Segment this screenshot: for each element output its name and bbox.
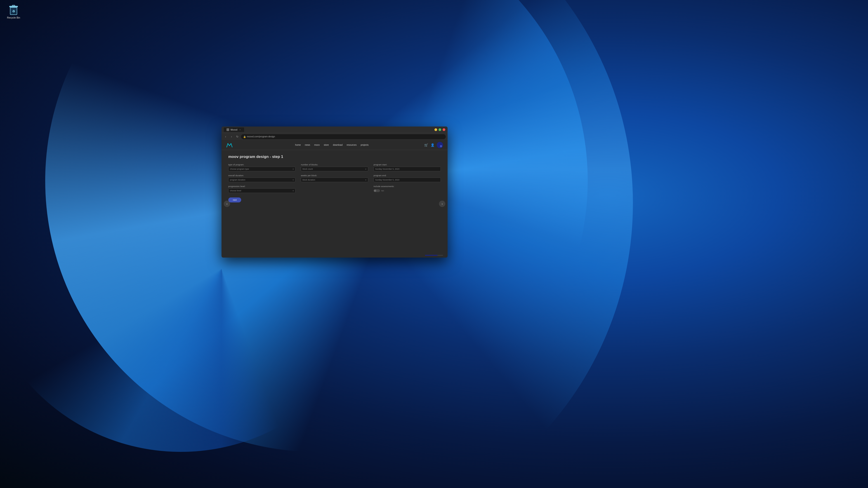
nav-resources[interactable]: resources <box>346 144 356 146</box>
browser-window: Moovd × ‹ › ↻ 🔒 moovd.com/program-design <box>221 127 447 258</box>
submit-button[interactable]: next <box>228 197 241 202</box>
nav-store[interactable]: store <box>324 144 329 146</box>
secure-icon: 🔒 <box>243 135 246 138</box>
type-of-program-label: type of program: <box>228 164 296 166</box>
nav-news[interactable]: news <box>305 144 310 146</box>
nav-actions: 🛒 👤 <box>424 142 443 148</box>
maximize-button[interactable] <box>438 128 441 131</box>
theme-toggle[interactable] <box>437 142 443 148</box>
number-of-blocks-label: number of blocks: <box>301 164 368 166</box>
program-start-label: program start: <box>374 164 441 166</box>
desktop: ♻ Recycle Bin Moovd × ‹ › ↻ <box>0 0 868 488</box>
program-end-label: program end: <box>374 174 441 177</box>
prev-arrow-icon: ‹ <box>226 202 228 205</box>
number-of-blocks-field: number of blocks: block count ▼ <box>301 164 368 171</box>
progress-bar <box>425 255 443 256</box>
submit-area: next <box>228 197 441 202</box>
form-column-2: number of blocks: block count ▼ weeks pe… <box>301 164 368 193</box>
user-icon[interactable]: 👤 <box>430 143 434 147</box>
browser-content: home news moov store download resources … <box>221 140 447 258</box>
overall-duration-label: overall duration: <box>228 174 296 177</box>
app-logo[interactable] <box>226 142 233 148</box>
weeks-per-block-select[interactable]: block duration ▼ <box>301 177 368 182</box>
form-grid: type of program: choose program type ▼ o… <box>228 164 441 193</box>
browser-toolbar: ‹ › ↻ 🔒 moovd.com/program-design <box>221 133 447 140</box>
progression-level-label: progression level: <box>228 185 296 188</box>
number-of-blocks-value: block count <box>303 168 313 170</box>
progression-level-field: progression level: choose level ▼ <box>228 185 296 193</box>
minimize-button[interactable] <box>434 128 437 131</box>
cart-icon[interactable]: 🛒 <box>424 143 428 147</box>
refresh-button[interactable]: ↻ <box>235 134 240 139</box>
overall-duration-value: program duration <box>230 179 246 181</box>
include-assessments-label: include assessments: <box>374 185 441 188</box>
back-button[interactable]: ‹ <box>223 134 228 139</box>
main-content: moov program design - step 1 type of pro… <box>221 150 447 258</box>
browser-tab[interactable]: Moovd × <box>224 127 244 132</box>
tab-favicon <box>226 128 229 131</box>
type-of-program-field: type of program: choose program type ▼ <box>228 164 296 171</box>
weeks-per-block-label: weeks per block: <box>301 174 368 177</box>
weeks-per-block-field: weeks per block: block duration ▼ <box>301 174 368 182</box>
type-of-program-arrow: ▼ <box>292 168 294 170</box>
form-column-1: type of program: choose program type ▼ o… <box>228 164 296 193</box>
browser-titlebar: Moovd × <box>221 127 447 133</box>
progression-level-value: choose level <box>230 190 241 192</box>
window-controls <box>434 128 445 131</box>
nav-download[interactable]: download <box>333 144 343 146</box>
type-of-program-select[interactable]: choose program type ▼ <box>228 167 296 171</box>
app-nav: home news moov store download resources … <box>221 140 447 150</box>
number-of-blocks-select[interactable]: block count ▼ <box>301 167 368 171</box>
program-start-field: program start: Sunday November 5, 2023 <box>374 164 441 171</box>
tab-close-button[interactable]: × <box>239 128 241 131</box>
number-of-blocks-arrow: ▼ <box>365 168 367 170</box>
forward-button[interactable]: › <box>229 134 234 139</box>
include-assessments-field: include assessments: NO <box>374 185 441 192</box>
assessments-toggle-state: NO <box>381 190 384 192</box>
program-start-select[interactable]: Sunday November 5, 2023 <box>374 167 441 171</box>
overall-duration-arrow: ▼ <box>292 179 294 181</box>
program-start-value: Sunday November 5, 2023 <box>375 168 399 170</box>
assessments-toggle-row: NO <box>374 189 441 192</box>
close-button[interactable] <box>442 128 445 131</box>
program-end-select[interactable]: Sunday November 5, 2023 <box>374 177 441 182</box>
nav-home[interactable]: home <box>295 144 301 146</box>
type-of-program-value: choose program type <box>230 168 249 170</box>
nav-links: home news moov store download resources … <box>240 144 424 146</box>
tab-title: Moovd <box>230 129 237 131</box>
nav-projects[interactable]: projects <box>361 144 368 146</box>
prev-arrow[interactable]: ‹ <box>224 201 230 207</box>
form-column-3: program start: Sunday November 5, 2023 p… <box>374 164 441 193</box>
overall-duration-field: overall duration: program duration ▼ <box>228 174 296 182</box>
recycle-bin-icon[interactable]: ♻ Recycle Bin <box>4 4 23 19</box>
next-arrow-icon: › <box>442 202 443 205</box>
recycle-bin-image: ♻ <box>8 4 19 15</box>
address-bar[interactable]: 🔒 moovd.com/program-design <box>241 134 446 139</box>
nav-moov[interactable]: moov <box>314 144 320 146</box>
progression-level-select[interactable]: choose level ▼ <box>228 188 296 193</box>
progress-bar-fill <box>425 255 438 256</box>
weeks-per-block-value: block duration <box>303 179 315 181</box>
overall-duration-select[interactable]: program duration ▼ <box>228 177 296 182</box>
program-end-field: program end: Sunday November 5, 2023 <box>374 174 441 182</box>
address-text: moovd.com/program-design <box>247 135 275 138</box>
program-end-value: Sunday November 5, 2023 <box>375 179 399 181</box>
page-title: moov program design - step 1 <box>228 155 441 159</box>
weeks-per-block-arrow: ▼ <box>365 179 367 181</box>
next-arrow[interactable]: › <box>439 201 445 207</box>
progression-level-arrow: ▼ <box>292 190 294 192</box>
assessments-toggle[interactable] <box>374 189 380 192</box>
recycle-bin-label: Recycle Bin <box>7 16 20 19</box>
